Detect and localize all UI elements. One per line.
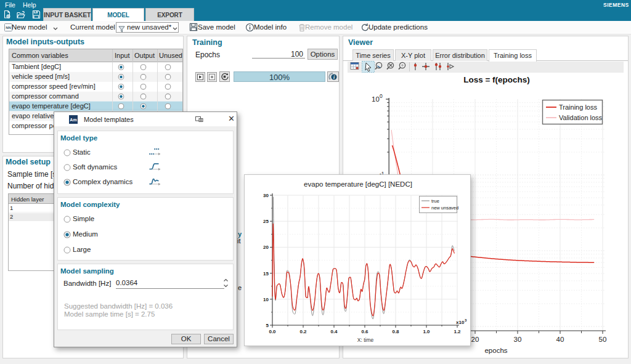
svg-text:20: 20 [263,245,269,250]
svg-text:0.8: 0.8 [392,329,399,334]
svg-text:compressor speed [rev/min]: compressor speed [rev/min] [12,83,96,90]
svg-text:10: 10 [263,297,269,302]
svg-text:1.0: 1.0 [423,329,430,334]
svg-text:Loss = f(epochs): Loss = f(epochs) [463,75,530,84]
svg-text:5: 5 [266,323,269,328]
svg-text:0.4: 0.4 [330,329,338,334]
svg-text:Tambient [degC]: Tambient [degC] [12,63,61,70]
svg-text:evapo temperature [degC]: evapo temperature [degC] [12,102,91,110]
svg-text:vehicle speed [m/s]: vehicle speed [m/s] [12,73,70,80]
svg-text:X: time: X: time [357,337,374,343]
svg-text:Am: Am [70,118,76,122]
svg-text:epochs: epochs [484,347,507,354]
svg-text:evapo temperature [degC] [NEDC: evapo temperature [degC] [NEDC] [304,180,412,188]
svg-text:Training loss: Training loss [559,103,597,111]
svg-text:0.0: 0.0 [269,329,276,334]
svg-text:compressor command: compressor command [12,92,79,100]
svg-text:15: 15 [263,271,269,277]
svg-text:0: 0 [380,93,383,99]
svg-text:true: true [431,198,439,204]
svg-text:30: 30 [263,193,269,198]
svg-text:3: 3 [465,318,467,322]
svg-text:Validation loss: Validation loss [559,114,603,121]
svg-text:0.2: 0.2 [299,329,307,334]
svg-text:20: 20 [471,336,479,343]
svg-text:1.2: 1.2 [454,329,461,334]
svg-text:50: 50 [599,336,607,343]
svg-text:30: 30 [514,336,522,343]
svg-text:x10: x10 [456,320,465,325]
svg-text:25: 25 [263,219,269,224]
svg-text:NN: NN [6,26,11,30]
svg-text:new unsaved: new unsaved [431,205,458,211]
svg-text:40: 40 [556,336,564,343]
svg-text:10: 10 [372,95,380,103]
svg-text:0.6: 0.6 [361,329,368,334]
